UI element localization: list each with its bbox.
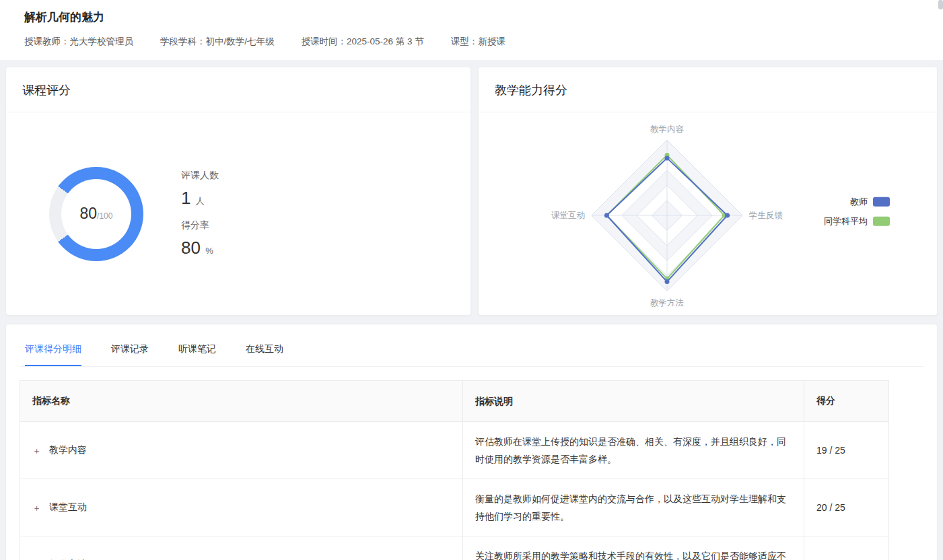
stat-evaluator-count: 评课人数 1 人 bbox=[181, 170, 219, 209]
svg-text:教学内容: 教学内容 bbox=[650, 125, 685, 134]
tab-score-details[interactable]: 评课得分明细 bbox=[25, 338, 81, 366]
score-stats: 评课人数 1 人 得分率 80 % bbox=[181, 170, 219, 258]
legend-swatch-subject-average bbox=[873, 216, 890, 225]
meta-subject: 学段学科：初中/数学/七年级 bbox=[160, 36, 275, 48]
legend-item-teacher[interactable]: 教师 bbox=[850, 195, 890, 207]
course-meta: 授课教师：光大学校管理员 学段学科：初中/数学/七年级 授课时间：2025-05… bbox=[24, 36, 919, 48]
expand-icon[interactable]: ＋ bbox=[32, 503, 41, 512]
teaching-ability-radar-chart: 教学内容学生反馈教学方法课堂互动 bbox=[485, 113, 862, 315]
tab-listening-notes[interactable]: 听课笔记 bbox=[178, 338, 216, 366]
teaching-ability-card-body: 教学内容学生反馈教学方法课堂互动 教师 同学科平均 bbox=[479, 112, 937, 315]
legend-swatch-teacher bbox=[873, 197, 890, 206]
score-donut-center: 80 /100 bbox=[61, 179, 131, 249]
teaching-ability-card-title: 教学能力得分 bbox=[479, 67, 937, 112]
header-score: 得分 bbox=[804, 381, 890, 421]
score-max: /100 bbox=[97, 211, 112, 221]
course-score-card-title: 课程评分 bbox=[6, 67, 470, 112]
svg-text:课堂互动: 课堂互动 bbox=[551, 211, 585, 220]
teaching-ability-card: 教学能力得分 教学内容学生反馈教学方法课堂互动 教师 同学科平均 bbox=[478, 67, 938, 316]
scrollbar-thumb[interactable] bbox=[938, 0, 943, 9]
table-row[interactable]: ＋ 教学方法 关注教师所采用的教学策略和技术手段的有效性，以及它们是否能够适应不… bbox=[20, 536, 888, 560]
summary-cards-row: 课程评分 80 /100 评课人数 1 人 得分率 80 % 教学能力得分 bbox=[5, 67, 938, 316]
tab-online-interaction[interactable]: 在线互动 bbox=[246, 338, 283, 366]
tab-evaluation-records[interactable]: 评课记录 bbox=[111, 338, 149, 366]
details-panel: 评课得分明细 评课记录 听课笔记 在线互动 指标名称 指标说明 得分 ＋ 教学内… bbox=[5, 324, 938, 560]
meta-lesson-type: 课型：新授课 bbox=[451, 36, 505, 48]
svg-text:学生反馈: 学生反馈 bbox=[749, 211, 783, 220]
score-donut-chart: 80 /100 bbox=[49, 167, 143, 261]
page-title: 解析几何的魅力 bbox=[24, 9, 919, 25]
indicator-score: 22 / 25 bbox=[804, 536, 890, 560]
course-score-card-body: 80 /100 评课人数 1 人 得分率 80 % bbox=[6, 112, 470, 315]
header-indicator-desc: 指标说明 bbox=[463, 381, 804, 421]
indicator-name: 课堂互动 bbox=[49, 501, 87, 514]
legend-item-subject-average[interactable]: 同学科平均 bbox=[824, 215, 890, 227]
table-header-row: 指标名称 指标说明 得分 bbox=[20, 381, 888, 422]
header-indicator-name: 指标名称 bbox=[20, 381, 463, 421]
indicator-score: 20 / 25 bbox=[804, 479, 890, 536]
indicator-score: 19 / 25 bbox=[804, 422, 890, 479]
expand-icon[interactable]: ＋ bbox=[32, 446, 41, 455]
radar-legend: 教师 同学科平均 bbox=[824, 195, 890, 227]
indicator-desc: 衡量的是教师如何促进课堂内的交流与合作，以及这些互动对学生理解和支持他们学习的重… bbox=[463, 479, 804, 536]
details-tabbar: 评课得分明细 评课记录 听课笔记 在线互动 bbox=[20, 338, 923, 367]
table-row[interactable]: ＋ 课堂互动 衡量的是教师如何促进课堂内的交流与合作，以及这些互动对学生理解和支… bbox=[20, 479, 888, 536]
score-value: 80 bbox=[80, 205, 98, 223]
indicator-name: 教学内容 bbox=[49, 444, 87, 456]
meta-time: 授课时间：2025-05-26 第 3 节 bbox=[302, 36, 424, 48]
indicator-table: 指标名称 指标说明 得分 ＋ 教学内容 评估教师在课堂上传授的知识是否准确、相关… bbox=[20, 380, 889, 560]
table-row[interactable]: ＋ 教学内容 评估教师在课堂上传授的知识是否准确、相关、有深度，并且组织良好，同… bbox=[20, 422, 888, 479]
meta-teacher: 授课教师：光大学校管理员 bbox=[24, 36, 133, 48]
page-header: 解析几何的魅力 授课教师：光大学校管理员 学段学科：初中/数学/七年级 授课时间… bbox=[0, 0, 943, 60]
svg-text:教学方法: 教学方法 bbox=[650, 298, 684, 308]
stat-score-rate: 得分率 80 % bbox=[181, 219, 219, 258]
course-score-card: 课程评分 80 /100 评课人数 1 人 得分率 80 % bbox=[5, 67, 471, 316]
indicator-desc: 评估教师在课堂上传授的知识是否准确、相关、有深度，并且组织良好，同时使用的教学资… bbox=[463, 422, 804, 479]
indicator-desc: 关注教师所采用的教学策略和技术手段的有效性，以及它们是否能够适应不同的学习风格和… bbox=[463, 536, 804, 560]
